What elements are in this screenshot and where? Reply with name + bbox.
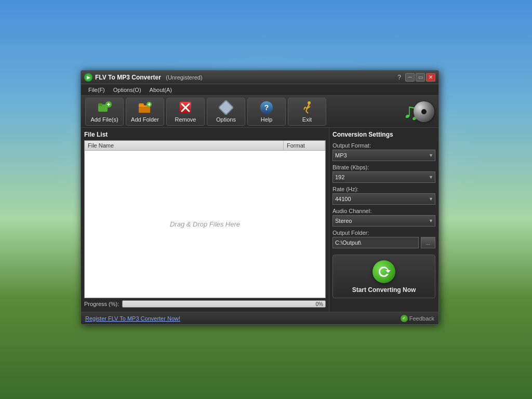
add-files-button[interactable]: Add File(s) [85, 98, 124, 126]
settings-title: Conversion Settings [332, 131, 435, 138]
add-folder-label: Add Folder [131, 116, 159, 123]
svg-point-21 [308, 101, 311, 104]
remove-icon [178, 100, 193, 115]
output-format-row: Output Format: MP3 AAC WMA WAV OGG [332, 142, 435, 161]
window-title: FLV To MP3 Converter (Unregistered) [95, 74, 397, 81]
progress-bar: 0% [122, 300, 326, 308]
audio-channel-label: Audio Channel: [332, 208, 435, 214]
bitrate-select[interactable]: 64 128 192 256 320 [332, 171, 435, 183]
start-converting-button[interactable]: Start Converting Now [332, 255, 435, 298]
column-filename: File Name [85, 141, 284, 150]
svg-line-26 [306, 111, 308, 113]
output-folder-row: Output Folder: ... [332, 230, 435, 248]
window-controls: ─ ▭ ✕ [405, 73, 435, 82]
rate-select[interactable]: 22050 44100 48000 [332, 193, 435, 205]
output-folder-input-row: ... [332, 237, 435, 248]
minimize-button[interactable]: ─ [405, 73, 415, 82]
options-button[interactable]: Options [207, 98, 245, 126]
audio-channel-wrapper: Mono Stereo [332, 215, 435, 227]
rate-label: Rate (Hz): [332, 186, 435, 192]
main-content: File List File Name Format Drag & Drop F… [81, 128, 438, 312]
feedback-label: Feedback [409, 315, 434, 322]
column-format: Format [284, 141, 325, 150]
remove-label: Remove [175, 116, 196, 123]
cd-icon [414, 101, 434, 122]
progress-area: Progress (%): 0% [84, 298, 326, 309]
menu-file[interactable]: File(F) [84, 86, 109, 94]
toolbar: Add File(s) Add Folder [81, 96, 438, 128]
add-folder-button[interactable]: Add Folder [126, 98, 164, 126]
menu-about[interactable]: About(A) [145, 86, 176, 94]
file-list-body[interactable]: Drag & Drop Files Here [85, 151, 325, 298]
app-icon: ▶ [84, 73, 92, 82]
register-link[interactable]: Register FLV To MP3 Converter Now! [85, 315, 180, 322]
browse-button[interactable]: ... [421, 237, 435, 248]
help-icon[interactable]: ? [397, 74, 401, 81]
progress-label: Progress (%): [84, 301, 119, 307]
convert-button-label: Start Converting Now [352, 286, 416, 294]
settings-panel: Conversion Settings Output Format: MP3 A… [329, 128, 438, 312]
output-format-select[interactable]: MP3 AAC WMA WAV OGG [332, 150, 435, 161]
menu-bar: File(F) Options(O) About(A) [81, 84, 438, 96]
convert-arrow-icon [373, 260, 395, 283]
unregistered-label: (Unregistered) [166, 74, 202, 81]
svg-rect-1 [98, 103, 102, 106]
file-list-header: File Name Format [85, 141, 325, 151]
file-list-container: File Name Format Drag & Drop Files Here [84, 140, 326, 298]
output-format-wrapper: MP3 AAC WMA WAV OGG [332, 150, 435, 161]
options-label: Options [216, 116, 236, 123]
output-format-label: Output Format: [332, 142, 435, 149]
add-files-label: Add File(s) [90, 116, 118, 123]
app-window: ▶ FLV To MP3 Converter (Unregistered) ? … [81, 70, 439, 325]
audio-channel-row: Audio Channel: Mono Stereo [332, 208, 435, 227]
file-list-title: File List [84, 131, 326, 138]
svg-text:?: ? [264, 103, 269, 112]
bitrate-row: Bitrate (Kbps): 64 128 192 256 320 [332, 164, 435, 183]
output-folder-input[interactable] [332, 237, 419, 248]
feedback-link[interactable]: ✓ Feedback [401, 315, 434, 322]
options-icon [219, 100, 233, 115]
progress-percent: 0% [316, 301, 323, 307]
rate-wrapper: 22050 44100 48000 [332, 193, 435, 205]
svg-line-24 [304, 107, 305, 110]
file-panel: File List File Name Format Drag & Drop F… [81, 128, 329, 312]
drag-drop-text: Drag & Drop Files Here [170, 220, 240, 228]
restore-button[interactable]: ▭ [416, 73, 425, 82]
title-bar: ▶ FLV To MP3 Converter (Unregistered) ? … [81, 71, 438, 84]
help-button[interactable]: ? Help [247, 98, 286, 126]
audio-channel-select[interactable]: Mono Stereo [332, 215, 435, 227]
add-files-icon [97, 100, 112, 115]
svg-rect-8 [139, 107, 150, 113]
menu-options[interactable]: Options(O) [109, 86, 145, 94]
remove-button[interactable]: Remove [166, 98, 205, 126]
exit-label: Exit [302, 116, 312, 123]
footer: Register FLV To MP3 Converter Now! ✓ Fee… [81, 312, 438, 324]
svg-line-25 [306, 109, 307, 111]
exit-icon [300, 100, 314, 115]
help-label: Help [261, 116, 273, 123]
help-icon: ? [259, 100, 274, 115]
rate-row: Rate (Hz): 22050 44100 48000 [332, 186, 435, 205]
svg-rect-4 [108, 103, 109, 106]
svg-rect-11 [149, 103, 150, 106]
bitrate-wrapper: 64 128 192 256 320 [332, 171, 435, 183]
exit-button[interactable]: Exit [288, 98, 326, 126]
close-button[interactable]: ✕ [426, 73, 435, 82]
svg-rect-17 [219, 101, 232, 114]
bitrate-label: Bitrate (Kbps): [332, 164, 435, 170]
output-folder-label: Output Folder: [332, 230, 435, 236]
feedback-icon: ✓ [401, 315, 408, 322]
app-logo: ♫ [403, 100, 434, 123]
add-folder-icon [138, 100, 152, 115]
